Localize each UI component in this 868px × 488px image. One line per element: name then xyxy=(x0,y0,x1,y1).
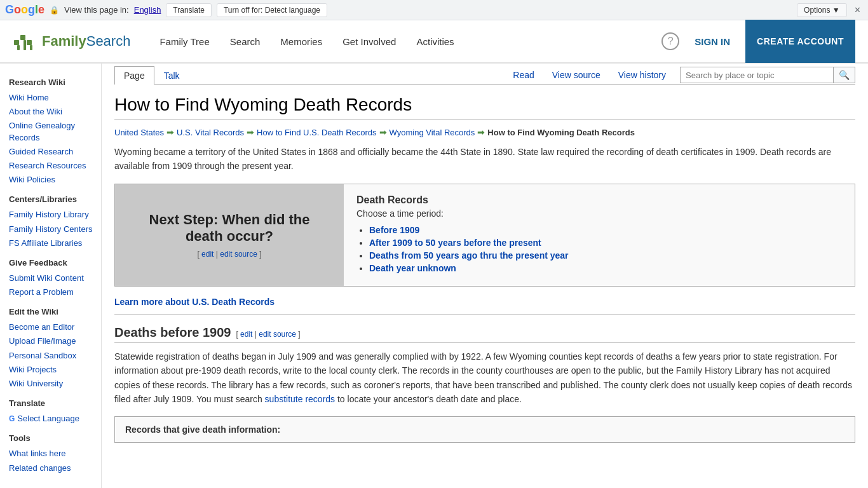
main-content: Page Talk Read View source View history … xyxy=(102,64,868,488)
tab-view-history[interactable]: View history xyxy=(609,66,675,84)
option-before-1909[interactable]: Before 1909 xyxy=(369,225,419,235)
tools-title: Tools xyxy=(9,433,95,443)
list-item: Death year unknown xyxy=(369,263,842,273)
nav-get-involved[interactable]: Get Involved xyxy=(332,20,406,63)
records-box: Records that give death information: xyxy=(114,416,855,443)
sidebar-item-family-history-library[interactable]: Family History Library xyxy=(9,208,95,222)
breadcrumb-arrow-4: ➡ xyxy=(477,127,485,137)
centers-libraries-title: Centers/Libraries xyxy=(9,194,95,204)
breadcrumb-united-states[interactable]: United States xyxy=(114,128,164,137)
sidebar-item-submit-wiki[interactable]: Submit Wiki Content xyxy=(9,271,95,285)
sidebar-item-online-genealogy[interactable]: Online Genealogy Records xyxy=(9,119,95,144)
svg-rect-2 xyxy=(27,40,32,45)
nav-family-tree[interactable]: Family Tree xyxy=(149,20,219,63)
tab-bar-left: Page Talk xyxy=(114,66,504,84)
tab-read[interactable]: Read xyxy=(504,66,543,84)
breadcrumb-arrow-1: ➡ xyxy=(166,127,174,137)
sidebar-item-family-history-centers[interactable]: Family History Centers xyxy=(9,222,95,236)
sidebar-item-become-editor[interactable]: Become an Editor xyxy=(9,320,95,334)
tab-page[interactable]: Page xyxy=(114,66,154,85)
list-item: After 1909 to 50 years before the presen… xyxy=(369,238,842,248)
option-year-unknown[interactable]: Death year unknown xyxy=(369,263,456,273)
section-edit-links: [ edit | edit source ] xyxy=(236,330,300,339)
wiki-search-input[interactable] xyxy=(681,68,833,83)
section-divider xyxy=(114,315,855,315)
svg-rect-3 xyxy=(17,45,20,50)
lock-icon: 🔒 xyxy=(50,6,59,15)
sidebar-item-wiki-projects[interactable]: Wiki Projects xyxy=(9,363,95,377)
close-translate-button[interactable]: × xyxy=(852,4,863,16)
section-heading-text: Deaths before 1909 xyxy=(114,325,231,340)
translate-view-text: View this page in: xyxy=(64,5,129,15)
sidebar-item-about-wiki[interactable]: About the Wiki xyxy=(9,105,95,119)
familysearch-logo-icon xyxy=(13,29,38,54)
list-item: Before 1909 xyxy=(369,225,842,235)
substitute-records-link[interactable]: substitute records xyxy=(265,394,336,404)
section-edit-source-link[interactable]: edit source xyxy=(259,330,296,339)
info-box-edit-links: [ edit | edit source ] xyxy=(197,250,261,259)
section-edit-link[interactable]: edit xyxy=(240,330,252,339)
option-after-1909[interactable]: After 1909 to 50 years before the presen… xyxy=(369,238,541,248)
option-50-years-ago[interactable]: Deaths from 50 years ago thru the presen… xyxy=(369,250,569,261)
wiki-search-button[interactable]: 🔍 xyxy=(833,67,855,83)
breadcrumb-us-vital-records[interactable]: U.S. Vital Records xyxy=(177,128,244,137)
nav-memories[interactable]: Memories xyxy=(270,20,332,63)
article-title: How to Find Wyoming Death Records xyxy=(114,95,855,119)
choose-period-text: Choose a time period: xyxy=(356,208,842,219)
sidebar-item-wiki-university[interactable]: Wiki University xyxy=(9,377,95,391)
sidebar: Research Wiki Wiki Home About the Wiki O… xyxy=(0,64,102,488)
sidebar-item-what-links-here[interactable]: What links here xyxy=(9,447,95,461)
sidebar-item-personal-sandbox[interactable]: Personal Sandbox xyxy=(9,349,95,363)
wiki-search-box: 🔍 xyxy=(680,67,855,83)
breadcrumb-wyoming-vital-records[interactable]: Wyoming Vital Records xyxy=(390,128,475,137)
info-box: Next Step: When did the death occur? [ e… xyxy=(114,184,855,287)
next-step-text: Next Step: When did the death occur? xyxy=(134,212,325,245)
sidebar-item-fs-affiliate[interactable]: FS Affiliate Libraries xyxy=(9,236,95,250)
options-button[interactable]: Options ▼ xyxy=(797,3,847,17)
tab-view-source[interactable]: View source xyxy=(543,66,609,84)
info-box-left: Next Step: When did the death occur? [ e… xyxy=(115,184,344,286)
translate-language-link[interactable]: English xyxy=(134,5,161,15)
deaths-before-1909-text: Statewide registration of deaths began i… xyxy=(114,349,855,407)
sidebar-item-report-problem[interactable]: Report a Problem xyxy=(9,285,95,299)
learn-more-link[interactable]: Learn more about U.S. Death Records xyxy=(114,297,275,307)
research-wiki-title: Research Wiki xyxy=(9,78,95,87)
svg-rect-0 xyxy=(14,40,19,45)
main-nav: Family Tree Search Memories Get Involved… xyxy=(149,20,661,63)
sidebar-item-guided-research[interactable]: Guided Research xyxy=(9,145,95,159)
logo-link[interactable]: FamilySearch xyxy=(13,29,130,54)
svg-rect-4 xyxy=(24,40,26,50)
create-account-button[interactable]: CREATE ACCOUNT xyxy=(745,20,855,63)
logo-text: FamilySearch xyxy=(42,33,130,50)
sidebar-item-related-changes[interactable]: Related changes xyxy=(9,461,95,475)
nav-activities[interactable]: Activities xyxy=(406,20,464,63)
sidebar-item-wiki-home[interactable]: Wiki Home xyxy=(9,91,95,105)
help-icon[interactable]: ? xyxy=(661,32,679,50)
nav-search[interactable]: Search xyxy=(220,20,271,63)
translate-button[interactable]: Translate xyxy=(166,3,212,17)
main-header: FamilySearch Family Tree Search Memories… xyxy=(0,20,868,64)
translate-title: Translate xyxy=(9,398,95,408)
death-records-title: Death Records xyxy=(356,194,842,206)
google-logo: Google xyxy=(5,3,44,17)
tab-talk[interactable]: Talk xyxy=(154,66,189,85)
death-records-options-list: Before 1909 After 1909 to 50 years befor… xyxy=(356,225,842,273)
page-layout: Research Wiki Wiki Home About the Wiki O… xyxy=(0,64,868,488)
svg-rect-1 xyxy=(20,35,25,40)
tab-bar: Page Talk Read View source View history … xyxy=(114,64,855,85)
sign-in-button[interactable]: SIGN IN xyxy=(687,31,738,52)
deaths-before-1909-heading: Deaths before 1909 [ edit | edit source … xyxy=(114,325,855,343)
info-box-right: Death Records Choose a time period: Befo… xyxy=(344,184,855,286)
learn-more-section: Learn more about U.S. Death Records xyxy=(114,297,855,307)
list-item: Deaths from 50 years ago thru the presen… xyxy=(369,250,842,261)
turn-off-button[interactable]: Turn off for: Detect language xyxy=(217,3,327,17)
sidebar-item-upload-file[interactable]: Upload File/Image xyxy=(9,334,95,348)
sidebar-item-wiki-policies[interactable]: Wiki Policies xyxy=(9,173,95,187)
info-box-edit-link[interactable]: edit xyxy=(201,250,214,259)
sidebar-item-research-resources[interactable]: Research Resources xyxy=(9,159,95,173)
info-box-edit-source-link[interactable]: edit source xyxy=(220,250,257,259)
give-feedback-title: Give Feedback xyxy=(9,258,95,268)
breadcrumb: United States ➡ U.S. Vital Records ➡ How… xyxy=(114,127,855,137)
breadcrumb-us-death-records[interactable]: How to Find U.S. Death Records xyxy=(257,128,377,137)
sidebar-select-language[interactable]: Select Language xyxy=(17,412,79,426)
